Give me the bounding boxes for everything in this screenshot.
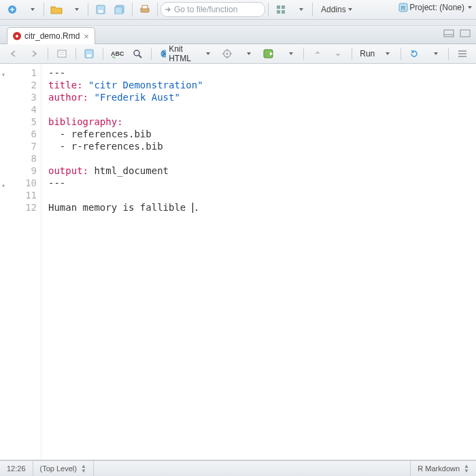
- run-button[interactable]: Run: [357, 46, 375, 62]
- svg-point-28: [226, 53, 228, 55]
- svg-text:ABC: ABC: [111, 50, 124, 57]
- svg-rect-13: [444, 30, 454, 37]
- show-outline-button[interactable]: [53, 46, 71, 62]
- knit-icon: [160, 49, 167, 58]
- addins-menu[interactable]: Addins: [316, 1, 357, 18]
- find-button[interactable]: [129, 46, 146, 62]
- svg-rect-8: [282, 5, 285, 9]
- svg-rect-10: [282, 10, 285, 14]
- svg-rect-20: [87, 54, 91, 57]
- insert-chunk-button[interactable]: [260, 46, 278, 62]
- open-file-button[interactable]: [48, 1, 65, 18]
- cursor-position: 12:26: [0, 461, 33, 476]
- save-doc-button[interactable]: [80, 46, 98, 62]
- back-button[interactable]: [5, 46, 22, 62]
- open-dropdown[interactable]: [67, 1, 84, 18]
- insert-chunk-dropdown[interactable]: [281, 46, 299, 62]
- print-button[interactable]: [136, 1, 154, 18]
- svg-line-23: [139, 55, 141, 58]
- main-toolbar: Go to file/function Addins R Project: (N…: [0, 0, 476, 20]
- tab-file[interactable]: ● citr_demo.Rmd ×: [7, 27, 95, 44]
- editor-toolbar: ABC Knit HTML Run: [0, 44, 476, 64]
- rmd-tab-icon: ●: [13, 32, 21, 40]
- outline-toggle-button[interactable]: [454, 46, 471, 62]
- svg-rect-7: [277, 5, 280, 9]
- toolbar-gap: [0, 20, 476, 25]
- file-mode-selector[interactable]: R Markdown▲▼: [410, 461, 476, 476]
- svg-rect-16: [58, 50, 66, 57]
- new-file-dropdown[interactable]: [22, 1, 40, 18]
- code-editor[interactable]: 1▾2345678910▴1112 ---title: "citr Demons…: [0, 64, 476, 460]
- goto-placeholder: Go to file/function: [174, 5, 237, 14]
- save-button[interactable]: [92, 1, 109, 18]
- run-dropdown[interactable]: [378, 46, 396, 62]
- new-file-button[interactable]: [3, 1, 21, 18]
- svg-rect-4: [115, 7, 122, 14]
- knit-dropdown[interactable]: [198, 46, 216, 62]
- status-bar: 12:26 (Top Level)▲▼ R Markdown▲▼: [0, 460, 476, 476]
- tab-bar: ● citr_demo.Rmd ×: [0, 25, 476, 44]
- goto-arrow-icon: [164, 5, 172, 14]
- knit-label: Knit HTML: [169, 44, 192, 63]
- line-gutter: 1▾2345678910▴1112: [0, 64, 41, 460]
- tab-close-button[interactable]: ×: [84, 32, 89, 41]
- project-label: Project: (None): [409, 3, 464, 12]
- spellcheck-button[interactable]: ABC: [108, 46, 126, 62]
- doc-options-dropdown[interactable]: [239, 46, 256, 62]
- project-menu[interactable]: R Project: (None): [398, 3, 472, 12]
- code-area[interactable]: ---title: "citr Demonstration"author: "F…: [41, 64, 203, 460]
- maximize-pane-button[interactable]: [460, 29, 471, 37]
- next-chunk-button[interactable]: [329, 46, 347, 62]
- prev-chunk-button[interactable]: [309, 46, 326, 62]
- forward-button[interactable]: [25, 46, 43, 62]
- svg-point-22: [134, 50, 139, 56]
- minimize-pane-button[interactable]: [443, 29, 454, 37]
- doc-options-button[interactable]: [218, 46, 236, 62]
- restart-dropdown[interactable]: [426, 46, 443, 62]
- tab-filename: citr_demo.Rmd: [24, 31, 80, 41]
- grid-tool-button[interactable]: [272, 1, 290, 18]
- run-label: Run: [360, 49, 375, 58]
- svg-rect-6: [142, 5, 148, 9]
- grid-dropdown[interactable]: [291, 1, 309, 18]
- restart-button[interactable]: [405, 46, 423, 62]
- svg-text:R: R: [401, 5, 406, 12]
- svg-rect-2: [99, 10, 103, 13]
- addins-label: Addins: [321, 5, 346, 14]
- svg-rect-15: [460, 30, 470, 37]
- scope-selector[interactable]: (Top Level)▲▼: [33, 461, 94, 476]
- goto-file-input[interactable]: Go to file/function: [160, 2, 265, 17]
- save-all-button[interactable]: [111, 1, 129, 18]
- svg-rect-9: [277, 10, 280, 14]
- project-icon: R: [398, 3, 408, 12]
- knit-button[interactable]: Knit HTML: [156, 46, 196, 62]
